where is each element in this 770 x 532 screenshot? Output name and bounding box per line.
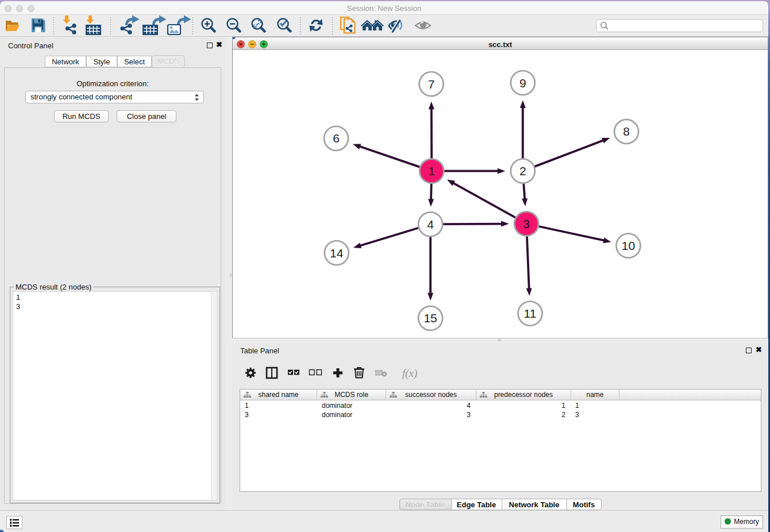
svg-text:2: 2	[519, 164, 526, 178]
svg-text:8: 8	[623, 125, 630, 138]
svg-text:6: 6	[333, 132, 340, 145]
svg-text:1: 1	[428, 164, 435, 178]
svg-text:15: 15	[424, 311, 437, 325]
svg-text:7: 7	[428, 78, 435, 91]
svg-text:10: 10	[622, 239, 635, 252]
svg-text:4: 4	[427, 218, 434, 231]
svg-text:3: 3	[523, 217, 530, 230]
svg-text:9: 9	[519, 76, 526, 90]
svg-text:f(x): f(x)	[402, 367, 417, 380]
svg-text:14: 14	[330, 246, 344, 260]
svg-text:11: 11	[524, 307, 537, 320]
